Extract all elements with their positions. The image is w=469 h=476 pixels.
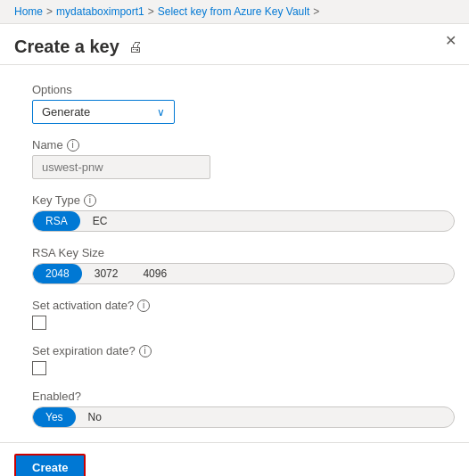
rsa-key-size-toggle-group: 2048 3072 4096: [32, 263, 455, 284]
activation-date-info-icon[interactable]: i: [137, 300, 150, 312]
key-type-ec-button[interactable]: EC: [80, 211, 120, 231]
breadcrumb-sep-1: >: [46, 5, 53, 18]
name-input[interactable]: [32, 155, 210, 179]
close-button[interactable]: ✕: [445, 32, 457, 49]
breadcrumb-sep-3: >: [313, 5, 319, 18]
options-field: Options Generate ∨: [32, 83, 455, 124]
name-label: Name i: [32, 138, 455, 152]
key-type-info-icon[interactable]: i: [84, 194, 96, 207]
breadcrumb-sep-2: >: [148, 5, 154, 18]
create-key-panel: Home > mydataboximport1 > Select key fro…: [0, 0, 469, 476]
enabled-no-button[interactable]: No: [76, 407, 114, 427]
enabled-yes-button[interactable]: Yes: [33, 407, 76, 427]
key-type-toggle-group: RSA EC: [32, 210, 455, 232]
rsa-key-size-2048-button[interactable]: 2048: [33, 264, 82, 283]
options-value: Generate: [42, 105, 90, 119]
name-info-icon[interactable]: i: [67, 139, 79, 152]
breadcrumb: Home > mydataboximport1 > Select key fro…: [0, 0, 469, 24]
create-button[interactable]: Create: [14, 454, 86, 476]
expiration-date-checkbox[interactable]: [32, 361, 46, 375]
page-title: Create a key: [14, 37, 119, 57]
key-type-rsa-button[interactable]: RSA: [33, 211, 80, 231]
breadcrumb-mydatabox[interactable]: mydataboximport1: [56, 5, 144, 18]
breadcrumb-home[interactable]: Home: [14, 5, 43, 18]
enabled-toggle-group: Yes No: [32, 406, 455, 428]
panel-body: Options Generate ∨ Name i Key Type i RSA: [0, 65, 469, 442]
rsa-key-size-3072-button[interactable]: 3072: [82, 264, 131, 283]
key-type-field: Key Type i RSA EC: [32, 193, 455, 232]
print-icon[interactable]: 🖨: [128, 39, 143, 55]
expiration-date-label: Set expiration date? i: [32, 344, 455, 357]
rsa-key-size-field: RSA Key Size 2048 3072 4096: [32, 246, 455, 284]
breadcrumb-select-key[interactable]: Select key from Azure Key Vault: [158, 5, 310, 18]
activation-date-checkbox[interactable]: [32, 316, 46, 330]
activation-date-label: Set activation date? i: [32, 299, 455, 312]
options-label: Options: [32, 83, 455, 96]
panel-footer: Create: [0, 442, 469, 476]
expiration-date-field: Set expiration date? i: [32, 344, 455, 375]
activation-date-field: Set activation date? i: [32, 299, 455, 330]
enabled-label: Enabled?: [32, 390, 455, 403]
options-dropdown[interactable]: Generate ∨: [32, 100, 175, 124]
rsa-key-size-label: RSA Key Size: [32, 246, 455, 259]
expiration-date-info-icon[interactable]: i: [139, 345, 152, 357]
rsa-key-size-4096-button[interactable]: 4096: [130, 264, 179, 283]
enabled-field: Enabled? Yes No: [32, 390, 455, 428]
expiration-date-checkbox-wrapper: [32, 361, 455, 375]
name-field: Name i: [32, 138, 455, 179]
chevron-down-icon: ∨: [157, 106, 165, 119]
panel-header: Create a key 🖨 ✕: [0, 24, 469, 65]
key-type-label: Key Type i: [32, 193, 455, 207]
activation-date-checkbox-wrapper: [32, 316, 455, 330]
